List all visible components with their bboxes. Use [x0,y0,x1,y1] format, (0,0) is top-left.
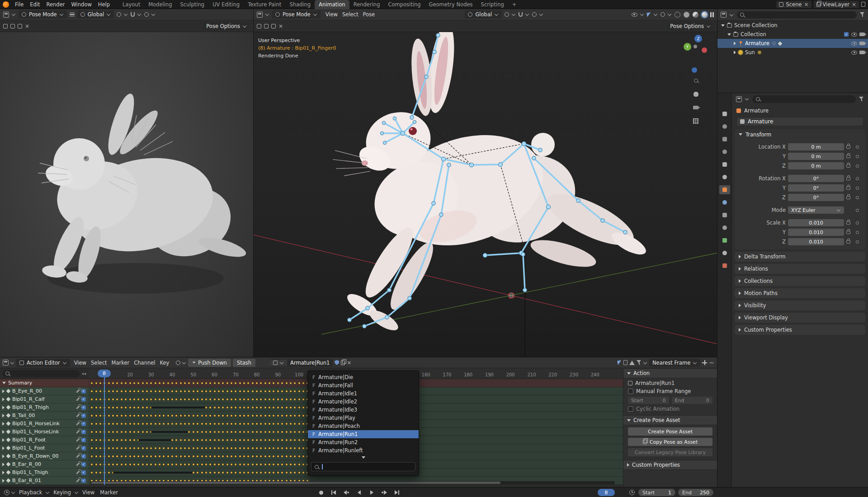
keyframe[interactable] [298,447,301,450]
keyframe[interactable] [129,463,132,466]
keyframe[interactable] [298,390,301,393]
keyframe[interactable] [222,398,224,401]
keyframe[interactable] [268,422,271,425]
keyframe[interactable] [108,447,110,450]
keyframe[interactable] [99,471,102,474]
keyframe[interactable] [213,431,216,433]
toggle-ortho-icon[interactable] [692,117,700,125]
channel-name-cell[interactable]: B_Ear_R_01✓ [0,477,89,485]
keyframe[interactable] [302,471,305,474]
keyframe[interactable] [251,398,254,401]
keyframe[interactable] [217,431,220,433]
keyframe[interactable] [264,422,267,425]
visibility-icon[interactable] [632,13,637,17]
keyframe[interactable] [175,439,178,441]
keyframe[interactable] [209,406,212,409]
cyclic-animation-row[interactable]: ✓ Cyclic Animation [623,404,717,412]
keyframe[interactable] [129,455,132,458]
keyframe[interactable] [129,414,132,417]
keyframe[interactable] [239,406,241,409]
channel-expand-icon[interactable] [2,479,5,483]
channel-expand-icon[interactable] [2,406,5,409]
dropdown-item[interactable]: FArmature|Runleft [308,446,419,455]
keyframe[interactable] [281,447,283,450]
keyframe[interactable] [150,447,152,450]
3d-cursor[interactable] [508,292,514,299]
keyframe[interactable] [116,390,118,393]
viewlayer-name[interactable]: ViewLayer [823,1,849,8]
keyframe[interactable] [285,431,288,433]
keyframe[interactable] [222,439,224,441]
keyframe[interactable] [201,455,203,458]
timeline-editor-icon[interactable] [4,490,9,495]
keyframe[interactable] [255,414,258,417]
keyframe[interactable] [112,382,114,384]
orientation-dropdown[interactable]: Global [77,10,114,19]
lock-icon[interactable] [846,221,850,225]
keyframe[interactable] [255,455,258,458]
properties-tab-bone-icon[interactable] [719,248,730,258]
keyframe[interactable] [259,382,262,384]
keyframe[interactable] [281,382,283,384]
keyframe[interactable] [167,390,170,393]
keyframe[interactable] [243,447,245,450]
keyframe[interactable] [158,455,161,458]
keyframe[interactable] [90,382,93,384]
unlink-action-icon[interactable]: × [347,360,351,366]
keyframe[interactable] [142,406,144,409]
keyframe[interactable] [116,463,118,466]
tab-scripting[interactable]: Scripting [477,0,508,9]
keyframe[interactable] [167,382,170,384]
lock-icon[interactable] [846,240,850,244]
keyframe[interactable] [89,463,89,466]
channel-expand-icon[interactable] [2,430,5,434]
editor-type-icon[interactable] [3,360,9,366]
keyframe[interactable] [146,422,148,425]
channel-expand-icon[interactable] [2,446,5,450]
push-down-button[interactable]: Push Down [188,359,231,367]
keyframe[interactable] [213,455,216,458]
keyframe[interactable] [239,414,241,417]
section-collections[interactable]: Collections [735,276,865,286]
keyframe[interactable] [108,431,110,433]
keyframe[interactable] [285,406,288,409]
keyframe[interactable] [251,439,254,441]
channel-expand-icon[interactable] [2,463,5,466]
properties-tab-texture-icon[interactable] [719,261,730,270]
keyframe[interactable] [289,414,292,417]
keyframe[interactable] [222,422,224,425]
channel-checkbox[interactable]: ✓ [81,405,86,410]
keyframe[interactable] [217,439,220,441]
keyframe[interactable] [277,431,279,433]
keyframe[interactable] [196,414,199,417]
keyframe[interactable] [209,471,212,474]
animate-dot-icon[interactable] [856,231,859,234]
keyframe[interactable] [222,447,224,450]
keyframe[interactable] [264,382,267,384]
keyframe[interactable] [281,463,283,466]
keyframe[interactable] [137,431,140,433]
keyframe[interactable] [222,455,224,458]
proportional-edit-icon[interactable] [532,12,537,17]
keyframe[interactable] [293,471,296,474]
channel-expand-icon[interactable] [2,422,5,426]
keyframe[interactable] [289,455,292,458]
keyframe[interactable] [205,406,208,409]
keyframe[interactable] [234,390,237,393]
keyframe[interactable] [247,390,250,393]
keyframe[interactable] [188,431,190,433]
keyframe[interactable] [268,398,271,401]
keyframe[interactable] [99,382,102,384]
channel-name[interactable]: Bip01_L_HorseLink [12,429,59,435]
expand-icon[interactable] [734,42,736,45]
keyframe[interactable] [264,455,267,458]
keyframe[interactable] [251,382,254,384]
keyframe[interactable] [175,398,178,401]
keyframe[interactable] [201,439,203,441]
camera-indicator-dot[interactable] [692,67,697,73]
play-reverse-button[interactable] [354,489,363,496]
keyframe[interactable] [192,471,195,474]
keyframe[interactable] [95,431,98,433]
keyframe[interactable] [150,398,152,401]
axis-z-handle[interactable]: Z [694,35,702,42]
